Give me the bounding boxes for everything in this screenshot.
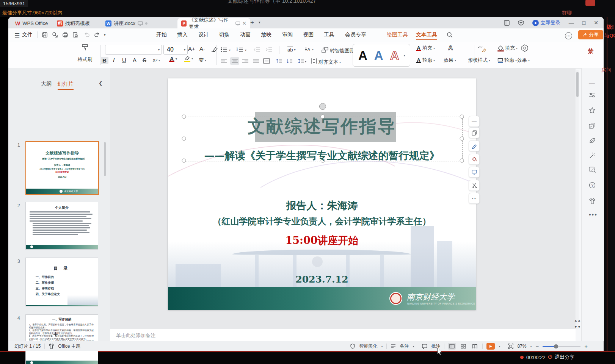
line-spacing-down-icon[interactable]: [286, 58, 293, 64]
text-outline-button[interactable]: A轮廓▾: [416, 57, 435, 64]
hamburger-icon[interactable]: ☰: [14, 32, 20, 39]
play-slideshow-button[interactable]: ▶: [486, 343, 495, 350]
comment-icon[interactable]: [422, 344, 427, 349]
slide-editor[interactable]: 文献综述写作指导 ——解读《关于学生撰写专业文献综述的暂行规定》 报告人：朱海涛…: [168, 78, 476, 310]
clear-format-icon[interactable]: [211, 46, 218, 52]
text-fill-button[interactable]: A填充▾: [416, 45, 435, 52]
qtb-more-button[interactable]: ⋯: [469, 193, 480, 204]
menu-member[interactable]: 会员专享: [345, 31, 366, 38]
save-icon[interactable]: [42, 32, 48, 38]
export-icon[interactable]: [52, 32, 58, 38]
tab-wps-home[interactable]: W WPS Office: [11, 18, 52, 28]
close-window-button[interactable]: ✕: [594, 20, 598, 26]
menu-review[interactable]: 审阅: [282, 31, 293, 38]
menu-transitions[interactable]: 切换: [219, 31, 229, 38]
shape-fill-button[interactable]: 填充▾: [497, 45, 518, 52]
menu-home[interactable]: 开始: [156, 31, 167, 38]
chevron-down-icon[interactable]: ▾: [305, 60, 306, 63]
shape-effect-button[interactable]: 效果▾: [517, 57, 530, 64]
maximize-button[interactable]: □: [582, 20, 585, 26]
slide-subtitle[interactable]: ——解读《关于学生撰写专业文献综述的暂行规定》: [168, 149, 476, 162]
properties-sliders-icon[interactable]: [589, 92, 596, 98]
wordart-preset-outline[interactable]: A: [390, 49, 399, 62]
tab-docer-templates[interactable]: 稻 找稻壳模板: [53, 18, 94, 28]
text-effect-button[interactable]: 效果▾: [444, 57, 456, 64]
menu-draw-tools[interactable]: 绘图工具: [387, 31, 408, 38]
superscript-button[interactable]: X²▾: [152, 58, 160, 63]
print-preview-icon[interactable]: [72, 32, 78, 38]
canvas-scrollbar[interactable]: [576, 70, 579, 329]
wordart-preset-blue[interactable]: A: [374, 49, 383, 62]
align-center-icon[interactable]: [231, 58, 238, 64]
qtb-monitor-button[interactable]: [469, 167, 480, 178]
chevron-down-icon[interactable]: ▾: [245, 48, 246, 52]
format-painter-label[interactable]: 格式刷: [74, 56, 96, 63]
align-text-button[interactable]: 对齐文本▾: [318, 59, 341, 66]
text-direction-button[interactable]: ab▾: [287, 47, 295, 53]
underline-button[interactable]: U: [122, 57, 126, 63]
text-effect-icon[interactable]: A: [448, 45, 453, 51]
close-tab-icon[interactable]: ✕: [242, 20, 246, 26]
notes-toggle-label[interactable]: 备注: [400, 343, 409, 350]
tab-list-chevron-icon[interactable]: ▾: [259, 20, 260, 24]
tab-active-presentation[interactable]: P 《文献综述》写作要求 ✕: [177, 18, 250, 28]
skin-shirt-icon[interactable]: [589, 198, 596, 205]
slide-presenter[interactable]: 报告人：朱海涛: [168, 199, 476, 212]
text-rotate-button[interactable]: A▾: [305, 46, 314, 52]
add-slide-button[interactable]: +: [53, 330, 58, 339]
zoom-level[interactable]: 87%: [517, 344, 526, 349]
wordart-more-chevron-icon[interactable]: ▾: [404, 54, 405, 57]
theme-shirt-icon[interactable]: [49, 344, 54, 349]
decrease-font-button[interactable]: A-: [199, 45, 205, 52]
chevron-down-icon[interactable]: ▾: [499, 345, 500, 348]
slide-thumbnail-3[interactable]: 目 录 一、写作目的 二、写作步骤 三、评阅存档 四、关于毕业论文: [25, 258, 98, 306]
exit-share-button[interactable]: 退出分享: [555, 354, 574, 361]
feedback-icon[interactable]: •••: [565, 32, 572, 39]
qtb-style-brush-button[interactable]: [469, 141, 480, 152]
menu-animation[interactable]: 动画: [240, 31, 251, 38]
eco-leaf-icon[interactable]: [589, 137, 596, 144]
resize-handle[interactable]: [460, 137, 464, 141]
menu-insert[interactable]: 插入: [177, 31, 188, 38]
chevron-down-icon[interactable]: ▾: [413, 345, 414, 348]
slide-thumbnail-1[interactable]: 文献综述写作指导 ——解读《关于学生撰写专业文献综述的暂行规定》 报告人：朱海涛…: [25, 141, 99, 195]
chevron-down-icon[interactable]: ▾: [530, 345, 532, 348]
rotate-handle[interactable]: [319, 103, 326, 110]
tab-outline[interactable]: 大纲: [41, 81, 52, 87]
chevron-down-icon[interactable]: ▾: [229, 48, 231, 52]
pinyin-guide-button[interactable]: 变▾: [199, 57, 206, 64]
font-size-select[interactable]: 40 ▾: [163, 45, 188, 55]
collapse-panel-icon[interactable]: ❮: [99, 80, 103, 86]
highlight-color-button[interactable]: ▾: [184, 56, 193, 61]
line-height-icon[interactable]: [297, 58, 304, 64]
normal-view-button[interactable]: [448, 343, 456, 350]
resize-handle[interactable]: [182, 115, 186, 119]
zoom-in-button[interactable]: +: [584, 343, 588, 350]
effects-star-icon[interactable]: [589, 107, 596, 114]
more-commands-chevron-icon[interactable]: ▾: [104, 33, 106, 37]
strikethrough-button[interactable]: S: [143, 57, 146, 63]
tab-slides[interactable]: 幻灯片: [58, 81, 74, 90]
tab-doc-jiangzuo[interactable]: W 讲座.docx: [102, 18, 176, 28]
bullet-list-icon[interactable]: [221, 47, 227, 52]
switch-shape-icon[interactable]: [589, 122, 596, 129]
help-icon[interactable]: ?: [589, 182, 596, 189]
menu-view[interactable]: 视图: [303, 31, 314, 38]
qq-panel-icon[interactable]: [585, 0, 595, 6]
justify-icon[interactable]: [253, 58, 259, 64]
qtb-cut-button[interactable]: [469, 180, 480, 191]
menu-design[interactable]: 设计: [198, 31, 209, 38]
beautify-icon[interactable]: [350, 344, 355, 349]
notes-bar[interactable]: 单击此处添加备注: [110, 329, 576, 341]
new-tab-button[interactable]: +: [250, 19, 254, 27]
align-left-icon[interactable]: [221, 58, 227, 64]
align-text-icon[interactable]: [311, 58, 317, 64]
shape-style-icon[interactable]: [478, 45, 486, 52]
bold-button[interactable]: B: [100, 57, 108, 64]
menu-text-tools[interactable]: 文本工具: [416, 31, 437, 40]
chevron-down-icon[interactable]: ▾: [381, 345, 383, 348]
print-icon[interactable]: [62, 32, 68, 38]
resize-handle[interactable]: [321, 115, 325, 119]
qtb-collapse-button[interactable]: —: [469, 116, 480, 127]
qtb-layers-button[interactable]: [469, 127, 480, 138]
